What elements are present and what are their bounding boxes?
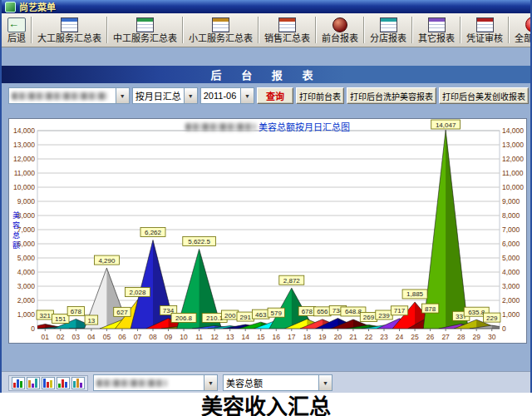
chevron-down-icon: ▼	[204, 375, 217, 390]
svg-text:0: 0	[502, 324, 506, 333]
svg-text:25: 25	[411, 333, 419, 341]
chart-style-icon[interactable]	[42, 377, 55, 389]
month-combo[interactable]: 2011-06 ▼	[200, 87, 254, 104]
svg-text:8,000: 8,000	[502, 211, 520, 220]
toolbar-button-junior-service-report[interactable]: 小工服务汇总表	[185, 13, 257, 47]
toolbar-button-senior-service-report[interactable]: 大工服务汇总表	[33, 13, 106, 47]
content-area: 后 台 报 表 ▼ 按月日汇总 ▼ 2011-06 ▼ 查询 打印前台表 打印后…	[2, 47, 530, 394]
svg-text:11: 11	[195, 333, 203, 341]
svg-text:4,290: 4,290	[98, 257, 116, 265]
svg-text:2,028: 2,028	[129, 289, 146, 296]
svg-text:239: 239	[378, 312, 390, 319]
summary-mode-value: 按月日汇总	[133, 88, 184, 103]
filter-row: ▼ 按月日汇总 ▼ 2011-06 ▼ 查询 打印前台表 打印后台洗护美容报表 …	[8, 87, 529, 105]
svg-text:28: 28	[457, 333, 466, 341]
toolbar-button-label: 大工服务汇总表	[37, 33, 101, 43]
svg-text:03: 03	[72, 333, 81, 341]
svg-text:678: 678	[71, 308, 82, 315]
svg-text:11,000: 11,000	[14, 169, 36, 177]
svg-text:291: 291	[240, 314, 252, 321]
toolbar-separator	[258, 17, 259, 43]
svg-text:321: 321	[40, 312, 52, 319]
toolbar-button-other-report[interactable]: 其它报表	[414, 13, 459, 47]
svg-text:12,000: 12,000	[13, 155, 35, 163]
toolbar-button-mid-service-report[interactable]: 中工服务汇总表	[109, 13, 181, 47]
chart-style-icon[interactable]	[12, 377, 25, 389]
chart-style-icon[interactable]	[71, 377, 85, 389]
report-table-icon	[380, 17, 397, 32]
svg-text:13,000: 13,000	[13, 141, 35, 149]
toolbar-button-back[interactable]: ← 后退	[3, 13, 30, 47]
chart-filter-combo[interactable]: ▼	[93, 374, 218, 391]
toolbar-separator	[411, 17, 413, 43]
report-table-icon	[61, 17, 78, 32]
toolbar-button-sales-report[interactable]: 销售汇总表	[260, 13, 314, 47]
svg-text:17: 17	[288, 333, 296, 341]
svg-text:27: 27	[441, 333, 450, 341]
svg-text:02: 02	[57, 333, 65, 341]
toolbar-button-label: 小工服务汇总表	[189, 33, 253, 43]
backend-reports-banner: 后 台 报 表	[2, 66, 530, 83]
svg-text:23: 23	[380, 333, 388, 341]
svg-text:6,000: 6,000	[502, 240, 520, 248]
print-front-report-button[interactable]: 打印前台表	[296, 87, 344, 104]
report-table-icon	[212, 17, 229, 32]
svg-text:200: 200	[224, 312, 236, 319]
svg-text:21: 21	[349, 333, 357, 341]
month-value: 2011-06	[201, 88, 240, 103]
chevron-down-icon: ▼	[184, 88, 197, 103]
window-title: 尚艺菜单	[19, 0, 56, 13]
svg-text:19: 19	[318, 333, 327, 341]
svg-text:206.8: 206.8	[175, 314, 193, 322]
toolbar-button-label: 其它报表	[418, 33, 455, 43]
toolbar-button-label: 前台报表	[322, 33, 358, 43]
redacted-combo-value	[96, 379, 167, 387]
svg-text:3,000: 3,000	[17, 282, 36, 290]
chart-style-icon[interactable]	[27, 377, 40, 389]
svg-text:2,000: 2,000	[17, 296, 36, 305]
svg-text:20: 20	[334, 333, 342, 341]
toolbar-button-close-all[interactable]: ✕ 全部关闭	[510, 13, 530, 47]
svg-text:9,000: 9,000	[17, 197, 36, 206]
report-table-icon	[428, 17, 446, 32]
svg-text:3,000: 3,000	[502, 282, 520, 290]
toolbar-button-label: 销售汇总表	[264, 33, 310, 43]
svg-text:5,000: 5,000	[17, 254, 36, 262]
store-combo[interactable]: ▼	[8, 87, 130, 104]
app-window: 尚艺菜单 ← 后退 大工服务汇总表 中工服务汇总表 小工服务汇总表	[0, 0, 532, 393]
chart-svg: 001,0001,0002,0002,0003,0003,0004,0004,0…	[9, 119, 526, 343]
report-table-icon	[278, 17, 296, 32]
toolbar-separator	[460, 17, 461, 43]
toolbar-button-voucher-audit[interactable]: 凭证审核	[462, 13, 507, 47]
chevron-down-icon: ▼	[116, 88, 129, 103]
svg-text:5,622.5: 5,622.5	[188, 238, 210, 245]
y-axis-title: 美容总额	[11, 211, 22, 251]
chevron-down-icon: ▼	[318, 375, 332, 390]
toolbar-separator	[508, 17, 510, 43]
toolbar-button-front-desk-report[interactable]: 前台报表	[318, 13, 362, 47]
print-back-hair-report-button[interactable]: 打印后台美发创收报表	[439, 87, 529, 104]
svg-text:09: 09	[165, 333, 173, 341]
chart-style-icon[interactable]	[57, 377, 70, 389]
svg-text:579: 579	[271, 310, 283, 317]
toolbar-separator	[182, 17, 184, 43]
summary-mode-combo[interactable]: 按月日汇总 ▼	[132, 87, 198, 104]
query-button[interactable]: 查询	[257, 87, 293, 104]
svg-text:18: 18	[303, 333, 312, 341]
svg-text:210.1: 210.1	[206, 314, 224, 322]
toolbar-button-branch-report[interactable]: 分店报表	[366, 13, 411, 47]
svg-text:01: 01	[42, 333, 50, 341]
print-back-beauty-report-button[interactable]: 打印后台洗护美容报表	[347, 87, 436, 104]
svg-text:29: 29	[472, 333, 480, 341]
svg-text:635.8: 635.8	[468, 309, 485, 316]
svg-text:648.8: 648.8	[345, 308, 362, 315]
front-desk-report-icon	[332, 17, 347, 32]
svg-text:627: 627	[116, 309, 128, 316]
svg-text:463: 463	[255, 311, 267, 319]
svg-text:1,000: 1,000	[17, 310, 36, 319]
svg-text:10: 10	[180, 333, 188, 341]
svg-text:10,000: 10,000	[13, 183, 35, 191]
svg-text:656: 656	[317, 308, 328, 315]
svg-text:1,885: 1,885	[406, 290, 424, 298]
svg-text:717: 717	[394, 307, 406, 314]
